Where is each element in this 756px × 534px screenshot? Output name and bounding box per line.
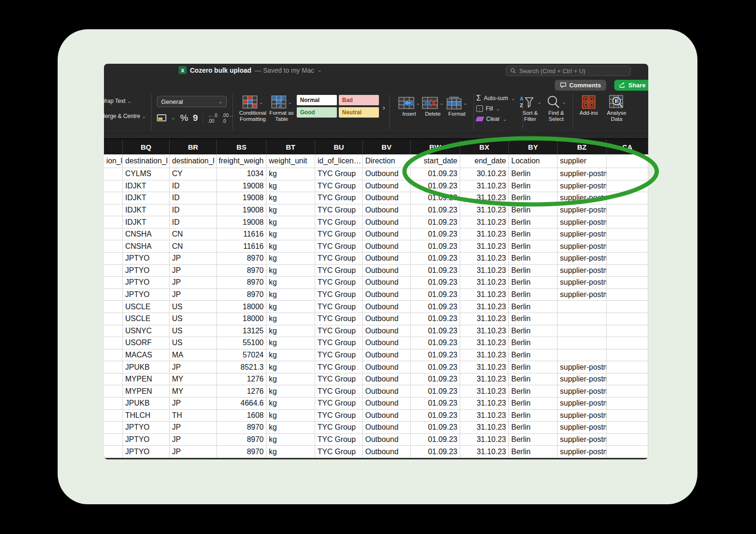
cell[interactable]: USCLE <box>123 313 170 325</box>
cell[interactable]: TYC Group <box>315 289 363 301</box>
cell[interactable] <box>607 253 648 265</box>
cell[interactable] <box>607 349 648 362</box>
cell[interactable] <box>104 422 123 434</box>
cell[interactable]: supplier-postman1 <box>558 373 607 386</box>
clear-button[interactable]: Clear⌄ <box>476 114 515 124</box>
cell[interactable]: USNYC <box>123 325 170 338</box>
cell[interactable] <box>607 240 648 253</box>
cell[interactable]: TYC Group <box>315 301 363 313</box>
cell[interactable]: US <box>170 313 217 325</box>
cell[interactable] <box>558 313 607 325</box>
cell[interactable]: kg <box>266 313 315 325</box>
cell[interactable]: Berlin <box>509 301 558 313</box>
cell[interactable]: US <box>170 337 217 349</box>
style-bad[interactable]: Bad <box>339 95 379 105</box>
cell[interactable] <box>104 325 123 338</box>
cell[interactable]: JP <box>170 253 217 265</box>
cell[interactable]: 01.09.23 <box>411 301 460 313</box>
cell[interactable]: kg <box>266 410 315 422</box>
cell[interactable]: MYPEN <box>123 385 170 398</box>
cell[interactable]: kg <box>266 277 315 289</box>
cell[interactable] <box>558 349 607 362</box>
cell[interactable]: kg <box>266 446 315 458</box>
cell[interactable]: JP <box>170 289 217 301</box>
accounting-format-icon[interactable] <box>157 114 166 121</box>
cell[interactable]: Berlin <box>509 204 558 217</box>
cell[interactable]: 01.09.23 <box>411 434 460 446</box>
cell[interactable] <box>607 277 648 289</box>
column-letter[interactable]: BW <box>411 139 460 154</box>
wrap-text-button[interactable]: Wrap Text ⌄ <box>104 98 131 104</box>
cell[interactable]: JPTYO <box>123 265 170 277</box>
cell[interactable]: 01.09.23 <box>411 277 460 289</box>
cell[interactable]: 01.09.23 <box>411 180 460 193</box>
cell[interactable]: Outbound <box>363 265 411 277</box>
gallery-more-arrow[interactable]: › <box>383 103 385 111</box>
cell[interactable]: supplier-postman1 <box>558 216 607 229</box>
cell[interactable]: Outbound <box>363 229 411 241</box>
cell[interactable]: 31.10.23 <box>460 434 509 446</box>
cell[interactable]: TYC Group <box>315 434 363 446</box>
cell[interactable]: JPUKB <box>123 398 170 410</box>
cell[interactable]: 31.10.23 <box>460 192 509 204</box>
cell[interactable]: supplier-postman1 <box>558 422 607 434</box>
cell[interactable]: supplier-postman1 <box>558 180 607 193</box>
cell[interactable] <box>607 216 648 229</box>
cell[interactable]: supplier-postman1 <box>558 446 607 458</box>
cell[interactable]: 01.09.23 <box>411 446 460 458</box>
cell[interactable]: kg <box>266 434 315 446</box>
cell[interactable]: Outbound <box>363 313 411 325</box>
cell[interactable]: JPTYO <box>123 253 170 265</box>
cell[interactable]: Outbound <box>363 301 411 313</box>
cell[interactable] <box>104 373 123 386</box>
cell[interactable]: kg <box>266 361 315 373</box>
comma-style-icon[interactable]: 9 <box>193 113 198 123</box>
column-letter[interactable]: BV <box>363 139 411 154</box>
chevron-down-icon[interactable]: ⌄ <box>171 115 175 120</box>
field-name-cell[interactable]: Location <box>509 154 558 168</box>
add-ins-button[interactable]: Add-ins <box>576 94 601 116</box>
cell[interactable]: 01.09.23 <box>411 422 460 434</box>
cell[interactable]: Outbound <box>363 446 411 458</box>
cell[interactable]: 31.10.23 <box>460 410 509 422</box>
cell[interactable]: Outbound <box>363 434 411 446</box>
cell[interactable]: kg <box>266 373 315 386</box>
cell[interactable]: 01.09.23 <box>411 240 460 253</box>
cell[interactable]: 19008 <box>217 180 266 193</box>
cell[interactable]: 31.10.23 <box>460 446 509 458</box>
cell[interactable]: supplier-postman1 <box>558 192 607 204</box>
cell[interactable]: 31.10.23 <box>460 265 509 277</box>
cell[interactable]: 19008 <box>217 216 266 229</box>
cell[interactable]: 01.09.23 <box>411 229 460 241</box>
cell[interactable]: 31.10.23 <box>460 337 509 349</box>
cell[interactable]: ID <box>170 216 217 229</box>
cell[interactable]: 01.09.23 <box>411 216 460 229</box>
cell[interactable]: Outbound <box>363 325 411 338</box>
cell[interactable]: Outbound <box>363 385 411 398</box>
cell[interactable]: kg <box>266 204 315 217</box>
cell[interactable]: supplier-postman1 <box>558 253 607 265</box>
cell[interactable]: 57024 <box>217 349 266 362</box>
cell[interactable]: supplier-postman1 <box>558 289 607 301</box>
auto-sum-button[interactable]: Σ Auto-sum⌄ <box>476 93 515 103</box>
cell[interactable]: TYC Group <box>315 204 363 217</box>
merge-centre-button[interactable]: Merge & Centre ⌄ <box>104 113 146 119</box>
cell[interactable]: THLCH <box>123 410 170 422</box>
cell[interactable]: MYPEN <box>123 373 170 386</box>
cell[interactable]: 31.10.23 <box>460 277 509 289</box>
cell[interactable]: JP <box>170 434 217 446</box>
cell[interactable]: 01.09.23 <box>411 373 460 386</box>
cell[interactable]: JPUKB <box>123 361 170 373</box>
cell[interactable] <box>607 192 648 204</box>
cell[interactable]: TYC Group <box>315 192 363 204</box>
cell[interactable] <box>607 410 648 422</box>
cell[interactable]: Berlin <box>509 240 558 253</box>
number-format-select[interactable]: General ⌄ <box>157 96 227 107</box>
delete-button[interactable]: ⌄ Delete <box>420 95 446 117</box>
cell[interactable]: Berlin <box>509 180 558 193</box>
cell[interactable]: Berlin <box>509 168 558 180</box>
cell[interactable] <box>607 325 648 338</box>
column-letter[interactable]: BU <box>315 139 363 154</box>
cell[interactable] <box>104 253 123 265</box>
cell[interactable] <box>104 313 123 325</box>
